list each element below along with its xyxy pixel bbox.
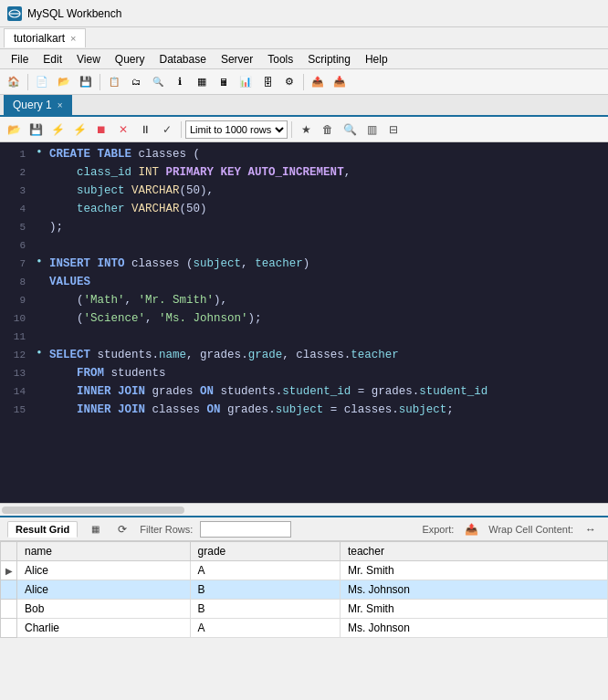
menu-help[interactable]: Help [358, 51, 395, 68]
table-row[interactable]: BobBMr. Smith [1, 600, 608, 619]
panel-btn[interactable]: ▥ [362, 120, 382, 140]
main-toolbar: 🏠 📄 📂 💾 📋 🗂 🔍 ℹ ▦ 🖩 📊 🗄 ⚙ 📤 📥 [0, 69, 608, 95]
save-btn[interactable]: 💾 [76, 72, 96, 92]
home-btn[interactable]: 🏠 [4, 72, 24, 92]
result-grid-tab[interactable]: Result Grid [7, 521, 78, 538]
code-line-13: 13 FROM students [0, 365, 608, 383]
code-line-8: 8 VALUES [0, 274, 608, 292]
menu-scripting[interactable]: Scripting [300, 51, 358, 68]
calc-btn[interactable]: 🖩 [214, 72, 234, 92]
col-teacher[interactable]: teacher [340, 542, 607, 561]
qtoolbar-sep2 [291, 121, 292, 138]
toolbar-sep-1 [27, 74, 28, 90]
menu-database[interactable]: Database [152, 51, 214, 68]
table-row[interactable]: AliceBMs. Johnson [1, 580, 608, 600]
code-line-15: 15 INNER JOIN classes ON grades.subject … [0, 402, 608, 420]
limit-select[interactable]: Limit to 1000 rows Limit to 200 rows Don… [185, 120, 288, 139]
result-table: name grade teacher ▶AliceAMr. SmithAlice… [0, 541, 608, 638]
run-selection-btn[interactable]: ⚡ [69, 120, 89, 140]
search-btn[interactable]: 🔍 [340, 120, 360, 140]
tab-bar: Query 1 × [0, 95, 608, 117]
code-editor[interactable]: 1 ● CREATE TABLE classes ( 2 class_id IN… [0, 142, 608, 503]
cell-name[interactable]: Bob [17, 600, 191, 619]
code-line-5: 5 ); [0, 219, 608, 237]
open-btn[interactable]: 📂 [54, 72, 74, 92]
wrap-label: Wrap Cell Content: [488, 524, 573, 535]
wrap-icon-btn[interactable]: ↔ [581, 519, 601, 539]
schema-btn[interactable]: 📋 [104, 72, 124, 92]
query-tab-close[interactable]: × [58, 100, 63, 110]
menu-tools[interactable]: Tools [260, 51, 300, 68]
result-toolbar: Result Grid ▦ ⟳ Filter Rows: Export: 📤 W… [0, 517, 608, 541]
table-row[interactable]: ▶AliceAMr. Smith [1, 561, 608, 580]
cell-name[interactable]: Alice [17, 580, 191, 600]
clear-btn[interactable]: 🗑 [318, 120, 338, 140]
toolbar-sep-2 [100, 74, 100, 90]
db-tab-label: tutorialkart [14, 32, 65, 45]
col-grade[interactable]: grade [190, 542, 340, 561]
h-scroll[interactable] [0, 503, 608, 516]
run-btn[interactable]: ⚡ [47, 120, 68, 140]
result-grid[interactable]: name grade teacher ▶AliceAMr. SmithAlice… [0, 541, 608, 638]
export-icon-btn[interactable]: 📤 [461, 519, 481, 539]
filter-input[interactable] [200, 521, 291, 538]
db-tab-close[interactable]: × [70, 33, 76, 44]
cell-grade[interactable]: B [190, 580, 340, 600]
query-toolbar: 📂 💾 ⚡ ⚡ ⏹ ✕ ⏸ ✓ Limit to 1000 rows Limit… [0, 117, 608, 142]
row-indicator [1, 600, 17, 619]
query-btn[interactable]: 🔍 [148, 72, 168, 92]
code-line-2: 2 class_id INT PRIMARY KEY AUTO_INCREMEN… [0, 164, 608, 183]
code-line-10: 10 ('Science', 'Ms. Johnson'); [0, 310, 608, 329]
cell-teacher[interactable]: Ms. Johnson [340, 619, 607, 638]
title-bar: MySQL Workbench [0, 0, 608, 27]
db-btn[interactable]: 🗄 [257, 72, 278, 92]
cell-name[interactable]: Alice [17, 561, 191, 580]
query-tab-1[interactable]: Query 1 × [4, 95, 72, 115]
export2-btn[interactable]: 📤 [308, 72, 328, 92]
config-btn[interactable]: ⚙ [279, 72, 299, 92]
code-line-7: 7 ● INSERT INTO classes (subject, teache… [0, 256, 608, 274]
db-tab[interactable]: tutorialkart × [4, 28, 86, 47]
table-row[interactable]: CharlieAMs. Johnson [1, 619, 608, 638]
cell-teacher[interactable]: Ms. Johnson [340, 580, 607, 600]
menu-server[interactable]: Server [214, 51, 260, 68]
cell-grade[interactable]: B [190, 600, 340, 619]
code-line-9: 9 ('Math', 'Mr. Smith'), [0, 292, 608, 310]
save-file-btn[interactable]: 💾 [26, 120, 46, 140]
info-btn[interactable]: ℹ [170, 72, 190, 92]
import-btn[interactable]: 📥 [330, 72, 350, 92]
export-label[interactable]: Export: [422, 524, 454, 535]
split-btn[interactable]: ⊟ [383, 120, 404, 140]
table2-btn[interactable]: ▦ [192, 72, 212, 92]
menu-view[interactable]: View [69, 51, 108, 68]
app-title: MySQL Workbench [27, 7, 121, 20]
refresh-btn[interactable]: ⟳ [112, 519, 132, 539]
toggle-btn[interactable]: ⏸ [135, 120, 155, 140]
h-scrollbar[interactable] [2, 507, 184, 514]
cell-teacher[interactable]: Mr. Smith [340, 600, 607, 619]
check-btn[interactable]: ✓ [157, 120, 177, 140]
menu-file[interactable]: File [4, 51, 36, 68]
chart-btn[interactable]: 📊 [236, 72, 256, 92]
menu-bar: File Edit View Query Database Server Too… [0, 49, 608, 69]
filter-label: Filter Rows: [140, 524, 193, 535]
menu-edit[interactable]: Edit [36, 51, 69, 68]
open-file-btn[interactable]: 📂 [4, 120, 24, 140]
code-line-11: 11 [0, 329, 608, 347]
code-line-3: 3 subject VARCHAR(50), [0, 183, 608, 201]
table-btn[interactable]: 🗂 [126, 72, 146, 92]
cell-name[interactable]: Charlie [17, 619, 191, 638]
code-line-14: 14 INNER JOIN grades ON students.student… [0, 383, 608, 402]
limit-dropdown: Limit to 1000 rows Limit to 200 rows Don… [185, 120, 288, 139]
cancel-btn[interactable]: ✕ [113, 120, 133, 140]
result-grid-icon-btn[interactable]: ▦ [85, 519, 105, 539]
cell-grade[interactable]: A [190, 561, 340, 580]
new-query-btn[interactable]: 📄 [32, 72, 52, 92]
menu-query[interactable]: Query [108, 51, 152, 68]
stop-btn[interactable]: ⏹ [91, 120, 111, 140]
toolbar-sep-3 [303, 74, 304, 90]
cell-teacher[interactable]: Mr. Smith [340, 561, 607, 580]
bookmark-btn[interactable]: ★ [296, 120, 316, 140]
col-name[interactable]: name [17, 542, 191, 561]
cell-grade[interactable]: A [190, 619, 340, 638]
